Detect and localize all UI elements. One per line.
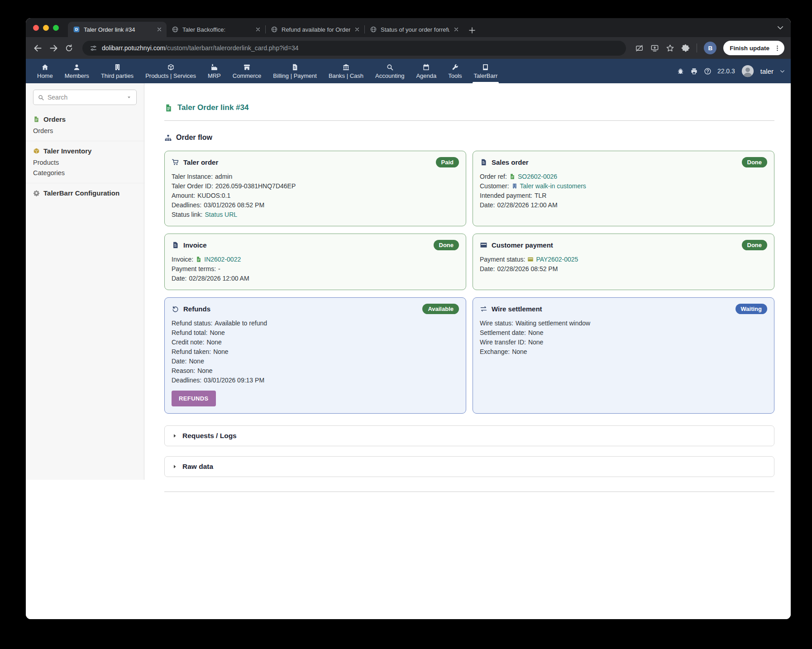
card-line-link[interactable]: Status URL <box>205 211 237 218</box>
building-icon <box>114 63 121 71</box>
tab-close-icon[interactable] <box>255 26 261 33</box>
card-icon <box>527 256 534 262</box>
feature-blocked-icon[interactable] <box>635 44 644 52</box>
gear-icon <box>33 190 40 196</box>
card-line-link[interactable]: IN2602-0022 <box>204 256 241 263</box>
card-line-label: Wire transfer ID: <box>480 339 526 346</box>
cart-icon <box>172 158 179 166</box>
nav-item-third-parties[interactable]: Third parties <box>95 59 139 83</box>
search-input[interactable] <box>48 94 123 101</box>
extensions-puzzle-icon[interactable] <box>681 44 690 52</box>
card-line-label: Exchange: <box>480 348 510 355</box>
card-line-label: Invoice: <box>172 256 193 263</box>
card-line-value: Waiting settlement window <box>516 320 590 327</box>
send-to-device-icon[interactable] <box>650 44 659 52</box>
browser-tab-taler-backoffice[interactable]: Taler Backoffice: <box>167 22 265 37</box>
nav-item-tools[interactable]: Tools <box>442 59 468 83</box>
card-line-label: Payment status: <box>480 256 525 263</box>
sidebar-item-orders[interactable]: Orders <box>33 125 137 135</box>
new-tab-button[interactable] <box>468 26 476 34</box>
nav-item-products-services[interactable]: Products | Services <box>139 59 202 83</box>
card-line-link[interactable]: SO2602-0026 <box>518 173 557 180</box>
profile-avatar[interactable]: B <box>704 42 716 54</box>
tab-close-icon[interactable] <box>354 26 360 33</box>
sidebar-item-products[interactable]: Products <box>33 157 137 167</box>
nav-label: Members <box>65 72 89 79</box>
card-line-label: Deadlines: <box>172 201 201 209</box>
browser-menu-icon[interactable] <box>774 44 781 52</box>
sidebar-section-title[interactable]: Taler Inventory <box>33 147 137 155</box>
collapsible-title: Requests / Logs <box>182 432 237 440</box>
back-button[interactable] <box>33 43 43 53</box>
order-flow-cards: Taler orderPaidTaler Instance:adminTaler… <box>164 151 774 414</box>
sidebar-item-categories[interactable]: Categories <box>33 167 137 177</box>
browser-tab-refund-available-for-order-to[interactable]: Refund available for Order to <box>266 22 364 37</box>
main-area: Taler Order link #34 Order flow Taler or… <box>144 83 791 619</box>
page-content: OrdersOrdersTaler InventoryProductsCateg… <box>26 83 791 619</box>
exchange-icon <box>480 305 487 313</box>
nav-item-home[interactable]: Home <box>31 59 59 83</box>
nav-item-agenda[interactable]: Agenda <box>410 59 442 83</box>
reload-button[interactable] <box>65 44 73 52</box>
bookmark-star-icon[interactable] <box>666 44 674 52</box>
undo-icon <box>172 305 179 313</box>
browser-tab-taler-order-link-34[interactable]: DTaler Order link #34 <box>68 22 167 37</box>
card-line-label: Date: <box>480 201 495 209</box>
nav-item-members[interactable]: Members <box>59 59 95 83</box>
finish-update-button[interactable]: Finish update <box>723 41 784 55</box>
card-line-value: 03/01/2026 09:13 PM <box>204 377 264 384</box>
refunds-button[interactable]: REFUNDS <box>172 391 216 406</box>
bottom-divider <box>164 492 774 492</box>
status-badge: Waiting <box>736 304 767 314</box>
card-line-label: Reason: <box>172 367 195 374</box>
browser-tab-status-of-your-order-forrefund[interactable]: Status of your order forrefund <box>365 22 463 37</box>
nav-item-talerbarr[interactable]: TalerBarr <box>468 59 504 83</box>
status-badge: Done <box>742 240 768 250</box>
nav-item-billing-payment[interactable]: Billing | Payment <box>267 59 323 83</box>
nav-item-accounting[interactable]: Accounting <box>369 59 410 83</box>
card-line-value: 02/28/2026 12:00 AM <box>189 275 249 282</box>
search-caret-down-icon[interactable] <box>126 94 132 100</box>
sidebar-section-title[interactable]: TalerBarr Configuration <box>33 189 137 197</box>
nav-item-banks-cash[interactable]: Banks | Cash <box>323 59 369 83</box>
page-title-row: Taler Order link #34 <box>164 103 774 112</box>
debug-bug-icon[interactable] <box>677 67 684 75</box>
nav-label: Banks | Cash <box>329 72 363 79</box>
maximize-window-button[interactable] <box>53 25 59 31</box>
user-menu-chevron-icon[interactable] <box>779 68 785 74</box>
left-sidebar: OrdersOrdersTaler InventoryProductsCateg… <box>26 83 144 619</box>
card-line-value: 2026.059-0381HNQ7D46EP <box>215 182 296 190</box>
card-line-label: Refund status: <box>172 320 212 327</box>
address-bar[interactable]: dolibarr.potuzhnyi.com/custom/talerbarr/… <box>82 41 626 56</box>
forward-button[interactable] <box>49 43 58 53</box>
collapsible-requests-logs[interactable]: Requests / Logs <box>164 425 774 446</box>
tab-title: Taler Backoffice: <box>182 26 251 33</box>
print-icon[interactable] <box>690 67 698 75</box>
collapsible-raw-data[interactable]: Raw data <box>164 456 774 477</box>
app-version: 22.0.3 <box>717 67 735 75</box>
nav-item-mrp[interactable]: MRP <box>202 59 227 83</box>
card-line: Deadlines:03/01/2026 09:13 PM <box>172 375 264 385</box>
card-title: Taler order <box>183 158 218 166</box>
card-line-value: 03/01/2026 08:52 PM <box>204 201 264 209</box>
close-window-button[interactable] <box>33 25 39 31</box>
card-line-value: - <box>218 265 220 272</box>
sidebar-section-taler-inventory: Taler InventoryProductsCategories <box>26 141 144 183</box>
card-title: Invoice <box>183 241 207 249</box>
box-icon <box>33 148 40 154</box>
card-line-link[interactable]: Taler walk-in customers <box>520 182 586 190</box>
sidebar-section-title[interactable]: Orders <box>33 115 137 123</box>
tab-search-button[interactable] <box>776 18 784 37</box>
minimize-window-button[interactable] <box>43 25 49 31</box>
site-settings-icon[interactable] <box>90 44 97 52</box>
card-line-link[interactable]: PAY2602-0025 <box>536 256 578 263</box>
invoice-icon <box>172 241 179 249</box>
tab-close-icon[interactable] <box>156 26 162 33</box>
nav-item-commerce[interactable]: Commerce <box>227 59 267 83</box>
user-avatar[interactable] <box>741 64 755 78</box>
card-line-value: 02/28/2026 12:00 AM <box>497 201 557 209</box>
tab-close-icon[interactable] <box>453 26 459 33</box>
home-icon <box>41 63 49 71</box>
help-icon[interactable] <box>704 67 712 75</box>
card-line: Wire status:Waiting settlement window <box>480 318 590 328</box>
